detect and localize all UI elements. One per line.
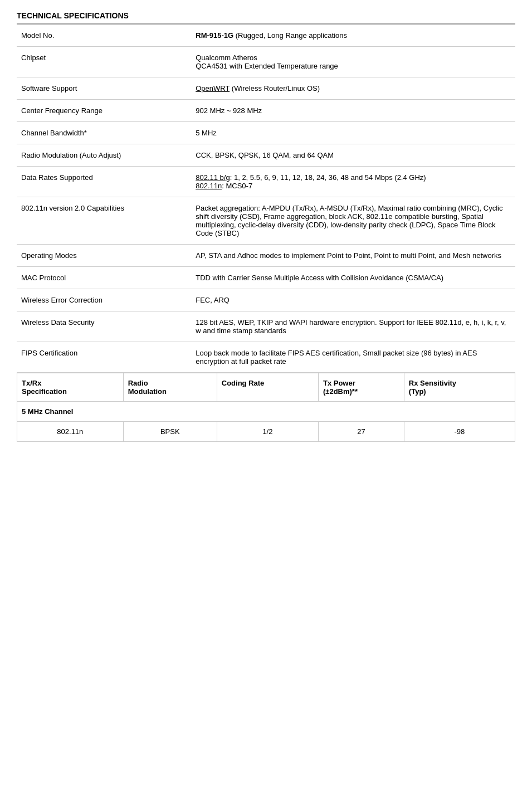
sub-table-header-0: Tx/RxSpecification [17, 373, 124, 402]
specs-row: MAC ProtocolTDD with Carrier Sense Multi… [17, 267, 515, 289]
page-container: TECHNICAL SPECIFICATIONS Model No.RM-915… [0, 0, 532, 453]
sub-table-cell-2: 1/2 [217, 422, 318, 442]
section-title: TECHNICAL SPECIFICATIONS [17, 11, 515, 25]
sub-table-cell-4: -98 [404, 422, 515, 442]
specs-row: Radio Modulation (Auto Adjust)CCK, BPSK,… [17, 144, 515, 167]
spec-label: Chipset [17, 47, 191, 77]
spec-value: Loop back mode to facilitate FIPS AES ce… [191, 342, 515, 373]
spec-value: RM-915-1G (Rugged, Long Range applicatio… [191, 25, 515, 47]
specs-table: Model No.RM-915-1G (Rugged, Long Range a… [17, 25, 515, 373]
sub-table-section-label: 5 MHz Channel [17, 402, 515, 422]
sub-table-header-2: Coding Rate [217, 373, 318, 402]
spec-value: CCK, BPSK, QPSK, 16 QAM, and 64 QAM [191, 144, 515, 167]
spec-label: Center Frequency Range [17, 100, 191, 122]
spec-label: MAC Protocol [17, 267, 191, 289]
sub-table-cell-0: 802.11n [17, 422, 124, 442]
spec-label: FIPS Certification [17, 342, 191, 373]
spec-value: AP, STA and Adhoc modes to implement Poi… [191, 245, 515, 267]
specs-row: 802.11n version 2.0 CapabilitiesPacket a… [17, 197, 515, 245]
spec-value: Packet aggregation: A-MPDU (Tx/Rx), A-MS… [191, 197, 515, 245]
specs-row: Channel Bandwidth*5 MHz [17, 122, 515, 144]
specs-row: Wireless Error CorrectionFEC, ARQ [17, 289, 515, 311]
specs-row: Model No.RM-915-1G (Rugged, Long Range a… [17, 25, 515, 47]
specs-row: Operating ModesAP, STA and Adhoc modes t… [17, 245, 515, 267]
sub-table-section-row: 5 MHz Channel [17, 402, 515, 422]
sub-table-cell-3: 27 [318, 422, 404, 442]
sub-table: Tx/RxSpecificationRadioModulationCoding … [17, 373, 515, 442]
spec-label: Software Support [17, 77, 191, 100]
sub-table-cell-1: BPSK [123, 422, 217, 442]
specs-row: FIPS CertificationLoop back mode to faci… [17, 342, 515, 373]
spec-label: Model No. [17, 25, 191, 47]
sub-table-header-3: Tx Power(±2dBm)** [318, 373, 404, 402]
spec-label: Operating Modes [17, 245, 191, 267]
spec-value: 5 MHz [191, 122, 515, 144]
spec-label: Wireless Error Correction [17, 289, 191, 311]
spec-value: 128 bit AES, WEP, TKIP and WAPI hardware… [191, 311, 515, 342]
specs-row: Center Frequency Range902 MHz ~ 928 MHz [17, 100, 515, 122]
spec-value: OpenWRT (Wireless Router/Linux OS) [191, 77, 515, 100]
spec-label: Data Rates Supported [17, 167, 191, 197]
spec-label: Wireless Data Security [17, 311, 191, 342]
spec-value: 902 MHz ~ 928 MHz [191, 100, 515, 122]
spec-value: TDD with Carrier Sense Multiple Access w… [191, 267, 515, 289]
spec-label: Radio Modulation (Auto Adjust) [17, 144, 191, 167]
spec-value: FEC, ARQ [191, 289, 515, 311]
spec-label: Channel Bandwidth* [17, 122, 191, 144]
specs-row: ChipsetQualcomm AtherosQCA4531 with Exte… [17, 47, 515, 77]
spec-label: 802.11n version 2.0 Capabilities [17, 197, 191, 245]
spec-value: Qualcomm AtherosQCA4531 with Extended Te… [191, 47, 515, 77]
sub-table-header-4: Rx Sensitivity(Typ) [404, 373, 515, 402]
specs-row: Data Rates Supported802.11 b/g: 1, 2, 5.… [17, 167, 515, 197]
sub-table-header-1: RadioModulation [123, 373, 217, 402]
spec-value: 802.11 b/g: 1, 2, 5.5, 6, 9, 11, 12, 18,… [191, 167, 515, 197]
sub-table-data-row: 802.11nBPSK1/227-98 [17, 422, 515, 442]
specs-row: Software SupportOpenWRT (Wireless Router… [17, 77, 515, 100]
specs-row: Wireless Data Security128 bit AES, WEP, … [17, 311, 515, 342]
